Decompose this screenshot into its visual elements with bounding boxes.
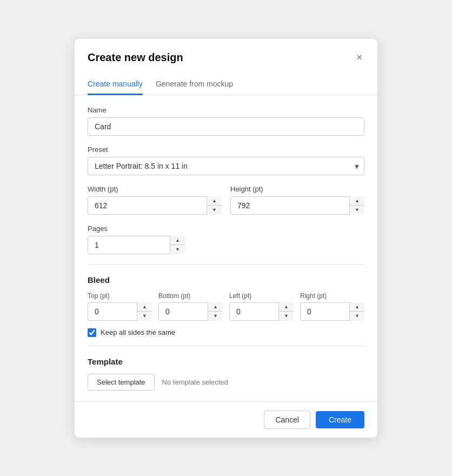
bleed-right-decrement-button[interactable]: ▼ — [350, 312, 364, 321]
height-group: Height (pt) ▲ ▼ — [230, 185, 364, 215]
pages-spinner-buttons: ▲ ▼ — [170, 236, 185, 254]
create-button[interactable]: Create — [316, 411, 364, 428]
width-label: Width (pt) — [88, 185, 222, 193]
no-template-text: No template selected — [162, 378, 228, 386]
bleed-bottom-spinner-wrapper: ▲ ▼ — [158, 302, 223, 321]
preset-select[interactable]: Letter Portrait: 8.5 in x 11 in — [88, 157, 364, 175]
pages-decrement-button[interactable]: ▼ — [170, 245, 185, 254]
width-spinner-wrapper: ▲ ▼ — [88, 196, 222, 215]
preset-select-wrapper: Letter Portrait: 8.5 in x 11 in ▾ — [88, 157, 364, 175]
tab-create-manually[interactable]: Create manually — [88, 74, 143, 95]
height-input[interactable] — [230, 196, 364, 215]
template-section-divider — [88, 346, 364, 346]
pages-increment-button[interactable]: ▲ — [170, 236, 185, 246]
bleed-left-spinner-wrapper: ▲ ▼ — [229, 302, 294, 321]
bleed-bottom-decrement-button[interactable]: ▼ — [208, 312, 223, 321]
cancel-button[interactable]: Cancel — [264, 411, 310, 429]
template-section-title: Template — [88, 357, 364, 366]
bleed-bottom-increment-button[interactable]: ▲ — [208, 302, 223, 312]
preset-group: Preset Letter Portrait: 8.5 in x 11 in ▾ — [88, 146, 364, 175]
height-spinner-wrapper: ▲ ▼ — [230, 196, 364, 215]
bleed-top-label: Top (pt) — [88, 292, 152, 300]
bleed-bottom-label: Bottom (pt) — [158, 292, 223, 300]
width-input[interactable] — [88, 196, 222, 215]
bleed-bottom-spinner-buttons: ▲ ▼ — [208, 302, 223, 321]
bleed-section: Bleed Top (pt) ▲ ▼ Bottom (pt) — [88, 275, 364, 337]
name-input[interactable] — [88, 117, 364, 136]
bleed-right-label: Right (pt) — [300, 292, 364, 300]
keep-same-label: Keep all sides the same — [101, 328, 175, 336]
width-group: Width (pt) ▲ ▼ — [88, 185, 222, 215]
section-divider — [88, 264, 364, 265]
bleed-left-label: Left (pt) — [229, 292, 294, 300]
name-label: Name — [88, 106, 364, 114]
bleed-right-spinner-wrapper: ▲ ▼ — [300, 302, 364, 321]
bleed-row: Top (pt) ▲ ▼ Bottom (pt) ▲ — [88, 292, 364, 321]
height-spinner-buttons: ▲ ▼ — [349, 196, 364, 215]
bleed-left-increment-button[interactable]: ▲ — [279, 302, 294, 312]
dimensions-row: Width (pt) ▲ ▼ Height (pt) ▲ ▼ — [88, 185, 364, 224]
keep-same-row: Keep all sides the same — [88, 328, 364, 337]
bleed-left-spinner-buttons: ▲ ▼ — [278, 302, 294, 321]
height-increment-button[interactable]: ▲ — [350, 196, 364, 206]
bleed-right-spinner-buttons: ▲ ▼ — [349, 302, 364, 321]
dialog-title: Create new design — [88, 51, 183, 64]
bleed-top-increment-button[interactable]: ▲ — [137, 302, 152, 312]
height-decrement-button[interactable]: ▼ — [350, 206, 364, 215]
dialog-footer: Cancel Create — [75, 401, 377, 438]
dialog-body: Name Preset Letter Portrait: 8.5 in x 11… — [75, 95, 377, 401]
tab-generate-from-mockup[interactable]: Generate from mockup — [156, 74, 233, 95]
bleed-left-decrement-button[interactable]: ▼ — [279, 312, 294, 321]
select-template-button[interactable]: Select template — [88, 374, 155, 391]
create-new-design-dialog: Create new design × Create manually Gene… — [75, 39, 377, 438]
bleed-section-title: Bleed — [88, 275, 364, 285]
height-label: Height (pt) — [230, 185, 364, 193]
bleed-left-group: Left (pt) ▲ ▼ — [229, 292, 294, 321]
template-section: Template Select template No template sel… — [88, 357, 364, 391]
pages-spinner-wrapper: ▲ ▼ — [88, 236, 185, 254]
bleed-top-decrement-button[interactable]: ▼ — [137, 312, 152, 321]
bleed-bottom-group: Bottom (pt) ▲ ▼ — [158, 292, 223, 321]
bleed-right-group: Right (pt) ▲ ▼ — [300, 292, 364, 321]
pages-label: Pages — [88, 224, 364, 233]
bleed-top-spinner-buttons: ▲ ▼ — [137, 302, 152, 321]
pages-group: Pages ▲ ▼ — [88, 224, 364, 254]
dialog-header: Create new design × — [75, 39, 377, 65]
bleed-top-group: Top (pt) ▲ ▼ — [88, 292, 152, 321]
close-icon: × — [356, 52, 362, 63]
name-group: Name — [88, 106, 364, 136]
keep-same-checkbox[interactable] — [88, 328, 96, 337]
close-button[interactable]: × — [354, 50, 364, 65]
width-spinner-buttons: ▲ ▼ — [207, 196, 222, 215]
bleed-top-spinner-wrapper: ▲ ▼ — [88, 302, 152, 321]
bleed-right-increment-button[interactable]: ▲ — [350, 302, 364, 312]
tabs-bar: Create manually Generate from mockup — [75, 74, 377, 95]
width-decrement-button[interactable]: ▼ — [207, 206, 222, 215]
preset-label: Preset — [88, 146, 364, 154]
width-increment-button[interactable]: ▲ — [207, 196, 222, 206]
template-row: Select template No template selected — [88, 374, 364, 391]
